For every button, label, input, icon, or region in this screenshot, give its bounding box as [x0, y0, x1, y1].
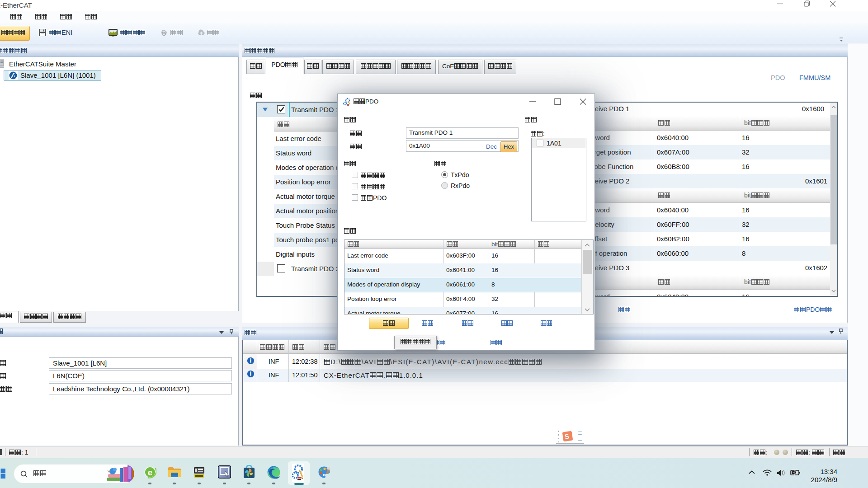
svg-text:e: e	[148, 468, 153, 477]
